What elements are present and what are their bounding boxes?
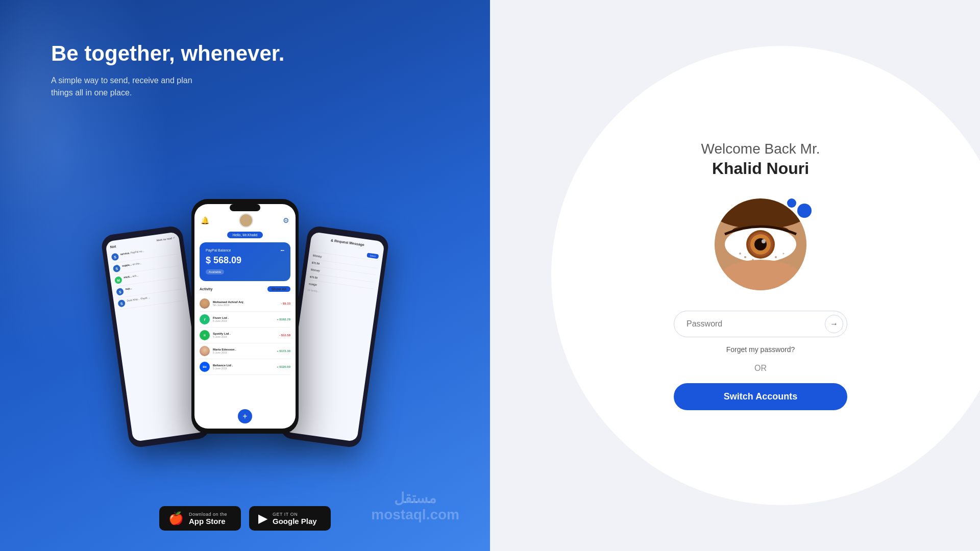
appstore-small-text: Download on the	[189, 512, 227, 517]
user-avatar-large	[715, 198, 806, 290]
settings-icon: ⚙	[283, 216, 289, 224]
transaction-amount-3: - $10.58	[279, 334, 290, 337]
googleplay-badge[interactable]: ▶ GET IT ON Google Play	[249, 506, 331, 531]
transaction-info-2: Fiverr Ltd . 5 June 2019	[213, 316, 277, 322]
send-amount-1: $70.58	[311, 261, 320, 265]
hello-text: Hello, Mr.Khalid	[227, 232, 262, 238]
password-field-container: →	[674, 311, 847, 337]
transaction-avatar-2: f	[200, 314, 210, 324]
googleplay-large-text: Google Play	[273, 517, 317, 525]
transaction-date-2: 5 June 2019	[213, 319, 277, 322]
transaction-date-3: 5 June 2019	[213, 335, 279, 338]
appstore-large-text: App Store	[189, 517, 227, 525]
watermark-arabic: مستقل	[371, 490, 459, 507]
phones-container: Not Mark as read ✓ S service. PayPal no.…	[105, 199, 385, 485]
transaction-info-4: Maria Edesson . 5 June 2019	[213, 348, 277, 354]
or-divider: OR	[754, 364, 767, 373]
watermark-url: mostaql.com	[371, 507, 459, 523]
dot-blue-large	[797, 204, 812, 218]
forgot-password-link[interactable]: Forget my password?	[726, 345, 795, 354]
notif-dot-s: S	[111, 253, 119, 261]
balance-card: PayPal Balance ••• $ 568.09 Available	[200, 242, 290, 281]
main-phone-screen: 🔔 ⚙ Hello, Mr.Khalid PayPal Balance ••• …	[194, 204, 296, 429]
notif-dot-s2: S	[113, 264, 121, 272]
activity-label: Activity	[200, 287, 212, 291]
balance-available: Available	[206, 269, 224, 274]
tagline: Be together, whenever.	[51, 41, 459, 66]
balance-label: PayPal Balance	[206, 248, 231, 252]
googleplay-small-text: GET IT ON	[273, 512, 317, 517]
bell-icon: 🔔	[201, 216, 209, 224]
svg-point-14	[783, 253, 785, 255]
appstore-text: Download on the App Store	[189, 512, 227, 525]
login-card: Welcome Back Mr. Khalid Nouri	[653, 141, 868, 410]
password-input[interactable]	[674, 311, 847, 337]
show-all-button[interactable]: Show All	[267, 286, 290, 292]
mark-read-label: Mark as read ✓	[156, 236, 175, 242]
transaction-avatar-1	[200, 298, 210, 309]
activity-section: Activity Show All Mohamed Achraf Anj 5th…	[194, 286, 296, 375]
user-avatar-small	[239, 213, 253, 228]
notif-text-5: Dear Kha... Thank ...	[127, 296, 151, 303]
phone-notch	[230, 204, 260, 211]
transaction-amount-5: + $120.00	[277, 365, 290, 368]
notif-dot-s4: S	[117, 299, 126, 308]
svg-point-12	[739, 253, 741, 255]
notif-text-4: sup...	[125, 287, 132, 291]
transaction-info-5: Behance Ltd . 5 June 2019	[213, 364, 277, 370]
notif-title: Not	[110, 244, 116, 249]
transaction-amount-1: - $9.33	[281, 302, 290, 305]
transaction-amount-4: + $172.30	[277, 349, 290, 353]
svg-point-9	[762, 239, 766, 243]
transaction-amount-2: + $192.78	[277, 318, 290, 321]
appstore-badge[interactable]: 🍎 Download on the App Store	[159, 506, 241, 531]
submit-arrow-button[interactable]: →	[825, 315, 843, 333]
balance-more-icon: •••	[281, 248, 284, 252]
notif-dot-s3: S	[116, 288, 124, 296]
googleplay-icon: ▶	[258, 511, 267, 525]
transaction-info-3: Spotify Ltd . 5 June 2019	[213, 332, 279, 338]
notif-text-2: suppo... on the...	[122, 261, 142, 267]
watermark: مستقل mostaql.com	[371, 490, 459, 523]
transaction-date-5: 5 June 2019	[213, 367, 277, 370]
transaction-item-3: ≡ Spotify Ltd . 5 June 2019 - $10.58	[200, 328, 290, 343]
transaction-date-4: 5 June 2019	[213, 351, 277, 354]
notif-text-3: mich... ach...	[124, 274, 139, 280]
notif-dot-m: M	[114, 276, 122, 284]
eye-svg	[715, 198, 806, 290]
transaction-item-5: Bē Behance Ltd . 5 June 2019 + $120.00	[200, 359, 290, 375]
googleplay-text: GET IT ON Google Play	[273, 512, 317, 525]
transaction-item-4: Maria Edesson . 5 June 2019 + $172.30	[200, 343, 290, 359]
switch-accounts-button[interactable]: Switch Accounts	[674, 383, 847, 410]
apple-icon: 🍎	[168, 511, 184, 525]
select-button[interactable]: Select	[366, 253, 379, 259]
transaction-avatar-4	[200, 346, 210, 356]
left-content: Be together, whenever. A simple way to s…	[0, 0, 490, 99]
phone-main: 🔔 ⚙ Hello, Mr.Khalid PayPal Balance ••• …	[191, 199, 299, 434]
subtitle: A simple way to send, receive and plan t…	[51, 74, 214, 99]
transaction-avatar-3: ≡	[200, 330, 210, 340]
avatar-container	[715, 198, 806, 290]
user-name: Khalid Nouri	[712, 159, 809, 178]
hello-badge: Hello, Mr.Khalid	[194, 232, 296, 238]
right-panel: Welcome Back Mr. Khalid Nouri	[490, 0, 980, 551]
fab-button[interactable]: +	[238, 409, 252, 423]
transaction-item-1: Mohamed Achraf Anj 5th June 2019 - $9.33	[200, 296, 290, 312]
balance-label-row: PayPal Balance •••	[206, 248, 284, 252]
activity-header: Activity Show All	[200, 286, 290, 292]
svg-point-13	[775, 256, 777, 258]
left-panel: Be together, whenever. A simple way to s…	[0, 0, 490, 551]
send-request-screen: & Request Message Select Money $70.58 Mo…	[284, 232, 385, 442]
transaction-avatar-5: Bē	[200, 362, 210, 372]
svg-point-10	[744, 256, 746, 258]
welcome-text: Welcome Back Mr.	[701, 141, 820, 157]
balance-amount: $ 568.09	[206, 255, 284, 266]
app-badges: 🍎 Download on the App Store ▶ GET IT ON …	[159, 506, 331, 531]
transaction-date-1: 5th June 2019	[213, 304, 281, 307]
send-amount-2: $70.58	[310, 275, 318, 279]
dot-blue-small	[787, 198, 796, 208]
notif-text-1: service. PayPal no...	[120, 249, 144, 256]
transaction-info-1: Mohamed Achraf Anj 5th June 2019	[213, 300, 281, 307]
transaction-item-2: f Fiverr Ltd . 5 June 2019 + $192.78	[200, 312, 290, 328]
